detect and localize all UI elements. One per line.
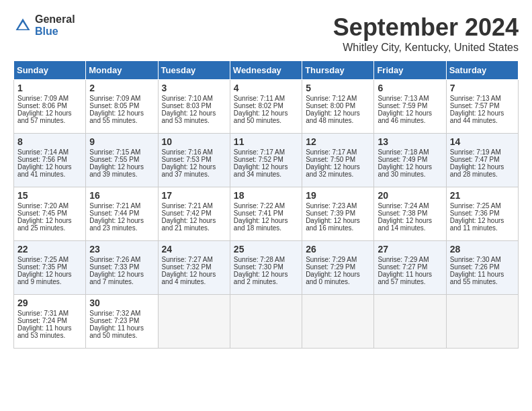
calendar-week-row: 8Sunrise: 7:14 AMSunset: 7:56 PMDaylight…	[14, 134, 519, 187]
day-number: 17	[162, 190, 226, 201]
day-number: 29	[17, 298, 82, 308]
sunrise-text: Sunrise: 7:11 AM	[234, 95, 285, 102]
sunset-text: Sunset: 7:52 PM	[234, 156, 283, 163]
sunset-text: Sunset: 7:36 PM	[450, 210, 500, 217]
sunset-text: Sunset: 7:39 PM	[306, 210, 355, 217]
sunrise-text: Sunrise: 7:32 AM	[89, 310, 140, 317]
sunrise-text: Sunrise: 7:20 AM	[17, 202, 69, 210]
col-wednesday: Wednesday	[230, 61, 302, 80]
day-number: 14	[450, 136, 515, 147]
calendar-header-row: Sunday Monday Tuesday Wednesday Thursday…	[14, 61, 519, 80]
day-number: 15	[17, 190, 82, 201]
calendar-week-row: 1Sunrise: 7:09 AMSunset: 8:06 PMDaylight…	[14, 80, 519, 134]
daylight-text: Daylight: 12 hours and 32 minutes.	[306, 163, 360, 178]
calendar-cell: 3Sunrise: 7:10 AMSunset: 8:03 PMDaylight…	[158, 80, 230, 134]
sunrise-text: Sunrise: 7:09 AM	[17, 95, 69, 102]
sunrise-text: Sunrise: 7:12 AM	[306, 95, 357, 102]
calendar-cell	[374, 295, 446, 349]
logo-blue-label: Blue	[35, 26, 75, 38]
daylight-text: Daylight: 12 hours and 23 minutes.	[89, 217, 144, 232]
sunset-text: Sunset: 7:53 PM	[162, 156, 212, 163]
calendar-cell	[446, 295, 518, 349]
day-number: 12	[306, 136, 370, 147]
sunrise-text: Sunrise: 7:25 AM	[450, 202, 501, 210]
sunrise-text: Sunrise: 7:14 AM	[17, 148, 69, 156]
calendar-cell: 30Sunrise: 7:32 AMSunset: 7:23 PMDayligh…	[86, 295, 158, 349]
sunset-text: Sunset: 7:56 PM	[17, 156, 67, 163]
sunrise-text: Sunrise: 7:10 AM	[162, 95, 213, 102]
sunset-text: Sunset: 7:49 PM	[378, 156, 427, 163]
calendar-cell: 1Sunrise: 7:09 AMSunset: 8:06 PMDaylight…	[14, 80, 86, 134]
day-number: 20	[378, 190, 442, 201]
header: General Blue September 2024 Whitley City…	[13, 13, 519, 54]
sunset-text: Sunset: 8:05 PM	[89, 102, 139, 109]
daylight-text: Daylight: 12 hours and 57 minutes.	[17, 109, 72, 124]
day-number: 3	[162, 83, 226, 93]
calendar-cell	[230, 295, 302, 349]
sunrise-text: Sunrise: 7:13 AM	[378, 95, 429, 102]
daylight-text: Daylight: 12 hours and 9 minutes.	[17, 271, 72, 285]
calendar-cell: 21Sunrise: 7:25 AMSunset: 7:36 PMDayligh…	[446, 187, 518, 241]
col-tuesday: Tuesday	[158, 61, 230, 80]
sunrise-text: Sunrise: 7:16 AM	[162, 148, 213, 156]
sunrise-text: Sunrise: 7:19 AM	[450, 148, 501, 156]
day-number: 27	[378, 244, 442, 255]
title-section: September 2024 Whitley City, Kentucky, U…	[333, 13, 519, 54]
calendar-cell: 7Sunrise: 7:13 AMSunset: 7:57 PMDaylight…	[446, 80, 518, 134]
sunset-text: Sunset: 7:59 PM	[378, 102, 427, 109]
day-number: 9	[89, 136, 154, 147]
calendar-table: Sunday Monday Tuesday Wednesday Thursday…	[13, 60, 519, 349]
day-number: 10	[162, 136, 226, 147]
sunset-text: Sunset: 7:32 PM	[162, 263, 212, 271]
sunrise-text: Sunrise: 7:17 AM	[234, 148, 285, 156]
day-number: 19	[306, 190, 370, 201]
calendar-cell: 19Sunrise: 7:23 AMSunset: 7:39 PMDayligh…	[302, 187, 374, 241]
sunset-text: Sunset: 7:55 PM	[89, 156, 139, 163]
col-thursday: Thursday	[302, 61, 374, 80]
col-monday: Monday	[86, 61, 158, 80]
logo: General Blue	[13, 13, 75, 37]
daylight-text: Daylight: 12 hours and 41 minutes.	[17, 163, 72, 178]
sunset-text: Sunset: 7:47 PM	[450, 156, 500, 163]
day-number: 23	[89, 244, 154, 255]
sunrise-text: Sunrise: 7:25 AM	[17, 256, 69, 263]
daylight-text: Daylight: 12 hours and 44 minutes.	[450, 109, 504, 124]
daylight-text: Daylight: 11 hours and 53 minutes.	[17, 324, 72, 339]
sunset-text: Sunset: 8:03 PM	[162, 102, 212, 109]
calendar-container: General Blue September 2024 Whitley City…	[13, 13, 519, 349]
daylight-text: Daylight: 12 hours and 34 minutes.	[234, 163, 288, 178]
daylight-text: Daylight: 12 hours and 0 minutes.	[306, 271, 360, 285]
day-number: 18	[234, 190, 298, 201]
sunset-text: Sunset: 7:26 PM	[450, 263, 500, 271]
day-number: 8	[17, 136, 82, 147]
logo-general-label: General	[35, 13, 75, 26]
daylight-text: Daylight: 11 hours and 55 minutes.	[450, 271, 504, 285]
calendar-cell: 11Sunrise: 7:17 AMSunset: 7:52 PMDayligh…	[230, 134, 302, 187]
calendar-cell: 18Sunrise: 7:22 AMSunset: 7:41 PMDayligh…	[230, 187, 302, 241]
calendar-cell: 14Sunrise: 7:19 AMSunset: 7:47 PMDayligh…	[446, 134, 518, 187]
day-number: 22	[17, 244, 82, 255]
daylight-text: Daylight: 12 hours and 16 minutes.	[306, 217, 360, 232]
sunrise-text: Sunrise: 7:27 AM	[162, 256, 213, 263]
col-saturday: Saturday	[446, 61, 518, 80]
day-number: 2	[89, 83, 154, 93]
day-number: 25	[234, 244, 298, 255]
day-number: 4	[234, 83, 298, 93]
daylight-text: Daylight: 12 hours and 7 minutes.	[89, 271, 144, 285]
sunset-text: Sunset: 7:30 PM	[234, 263, 283, 271]
sunset-text: Sunset: 7:38 PM	[378, 210, 427, 217]
sunset-text: Sunset: 7:23 PM	[89, 317, 139, 324]
calendar-cell: 12Sunrise: 7:17 AMSunset: 7:50 PMDayligh…	[302, 134, 374, 187]
sunrise-text: Sunrise: 7:26 AM	[89, 256, 140, 263]
calendar-cell	[158, 295, 230, 349]
sunrise-text: Sunrise: 7:31 AM	[17, 310, 69, 317]
calendar-cell: 4Sunrise: 7:11 AMSunset: 8:02 PMDaylight…	[230, 80, 302, 134]
col-sunday: Sunday	[14, 61, 86, 80]
sunset-text: Sunset: 7:29 PM	[306, 263, 355, 271]
sunset-text: Sunset: 8:06 PM	[17, 102, 67, 109]
sunset-text: Sunset: 7:33 PM	[89, 263, 139, 271]
sunrise-text: Sunrise: 7:28 AM	[234, 256, 285, 263]
calendar-week-row: 29Sunrise: 7:31 AMSunset: 7:24 PMDayligh…	[14, 295, 519, 349]
calendar-cell: 8Sunrise: 7:14 AMSunset: 7:56 PMDaylight…	[14, 134, 86, 187]
day-number: 13	[378, 136, 442, 147]
